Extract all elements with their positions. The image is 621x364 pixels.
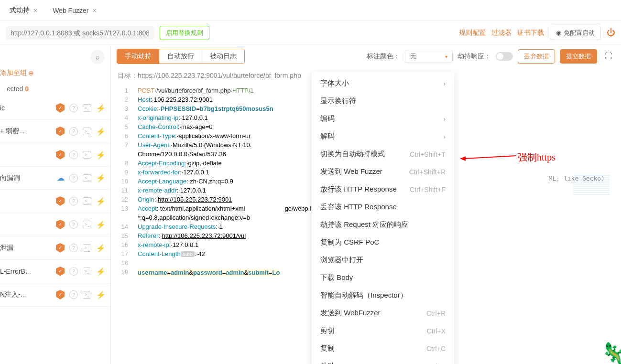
sidebar-item-label: 向漏洞: [0, 174, 52, 182]
search-icon[interactable]: ⌕: [90, 50, 105, 64]
context-menu-item[interactable]: 复制为 CSRF PoC: [312, 234, 454, 251]
sidebar-item[interactable]: 向漏洞☁?>_⚡: [0, 167, 110, 190]
add-to-group-link[interactable]: 添加至组 ⊕: [0, 69, 104, 77]
shield-icon: [56, 127, 65, 136]
toolbar: 启用替换规则 规则配置 过滤器 证书下载 ◉免配置启动 ⏻: [0, 21, 621, 45]
enable-rules-button[interactable]: 启用替换规则: [160, 26, 209, 40]
context-menu-item[interactable]: 切换为自动劫持模式Ctrl+Shift+T: [312, 145, 454, 163]
shield-icon: [56, 150, 65, 160]
chevron-right-icon: ›: [443, 79, 446, 87]
svg-line-0: [464, 156, 516, 159]
cloud-icon: ☁: [57, 173, 65, 182]
context-menu-item[interactable]: 智能自动解码（Inspector）: [312, 287, 454, 304]
context-menu-item[interactable]: 浏览器中打开: [312, 251, 454, 269]
terminal-icon[interactable]: >_: [83, 151, 91, 159]
mode-tab[interactable]: 被动日志: [202, 49, 244, 64]
peek-text: ML; like Gecko): [549, 175, 605, 182]
context-menu-item[interactable]: 发送到 WebFuzzerCtrl+R: [312, 304, 454, 322]
help-icon[interactable]: ?: [69, 267, 78, 276]
context-menu-item[interactable]: 编码›: [312, 110, 454, 128]
hijack-response-toggle[interactable]: [496, 52, 513, 61]
chevron-down-icon: ▾: [445, 54, 447, 59]
sidebar-item[interactable]: + 弱密...?>_⚡: [0, 120, 110, 143]
context-menu-item[interactable]: 劫持该 Request 对应的响应: [312, 216, 454, 234]
chevron-right-icon: ›: [443, 132, 446, 140]
sidebar-item[interactable]: 泄漏?>_⚡: [0, 236, 110, 260]
context-menu-item[interactable]: 解码›: [312, 128, 454, 145]
sidebar-item[interactable]: ?>_⚡: [0, 213, 110, 236]
color-select[interactable]: 无▾: [405, 50, 453, 63]
context-menu-item[interactable]: 剪切Ctrl+X: [312, 322, 454, 340]
bolt-icon[interactable]: ⚡: [96, 127, 106, 136]
terminal-icon[interactable]: >_: [83, 268, 91, 275]
context-menu-item[interactable]: 粘贴Ctrl+V: [312, 357, 454, 364]
context-menu-item[interactable]: 复制Ctrl+C: [312, 340, 454, 357]
shield-icon: [56, 103, 65, 113]
context-menu-item[interactable]: 放行该 HTTP ResponseCtrl+Shift+F: [312, 181, 454, 198]
help-icon[interactable]: ?: [69, 127, 78, 136]
context-menu-item[interactable]: 丢弃该 HTTP Response: [312, 198, 454, 216]
help-icon[interactable]: ?: [69, 244, 78, 252]
context-menu: 字体大小›显示换行符编码›解码›切换为自动劫持模式Ctrl+Shift+T发送到…: [312, 72, 454, 364]
tabs-bar: 式劫持× Web Fuzzer×: [0, 0, 621, 21]
help-icon[interactable]: ?: [69, 220, 78, 229]
terminal-icon[interactable]: >_: [83, 128, 91, 135]
expand-icon[interactable]: ⛶: [602, 50, 615, 63]
context-menu-item[interactable]: 发送到 Web FuzzerCtrl+Shift+R: [312, 163, 454, 181]
terminal-icon[interactable]: >_: [83, 104, 91, 112]
help-icon[interactable]: ?: [69, 197, 78, 205]
close-icon[interactable]: ×: [33, 7, 37, 14]
svg-marker-1: [460, 156, 466, 161]
bolt-icon[interactable]: ⚡: [96, 104, 106, 113]
help-icon[interactable]: ?: [69, 174, 78, 182]
sidebar-item[interactable]: ic?>_⚡: [0, 96, 110, 120]
help-icon[interactable]: ?: [69, 290, 78, 299]
color-label: 标注颜色：: [367, 52, 400, 61]
tab-hijack[interactable]: 式劫持×: [2, 0, 45, 21]
tab-web-fuzzer[interactable]: Web Fuzzer×: [45, 0, 104, 21]
bolt-icon[interactable]: ⚡: [96, 244, 106, 253]
shield-icon: [56, 267, 65, 276]
cert-download-link[interactable]: 证书下载: [517, 29, 544, 37]
bolt-icon[interactable]: ⚡: [96, 197, 106, 206]
close-icon[interactable]: ×: [92, 7, 96, 14]
shield-icon: [56, 290, 65, 300]
sidebar-item[interactable]: ?>_⚡: [0, 190, 110, 213]
context-menu-item[interactable]: 下载 Body: [312, 269, 454, 287]
mode-tab[interactable]: 手动劫持: [117, 49, 160, 64]
discard-button[interactable]: 丢弃数据: [518, 49, 555, 64]
sidebar-item[interactable]: N注入-...?>_⚡: [0, 283, 110, 307]
sidebar-item-label: ic: [0, 104, 51, 112]
terminal-icon[interactable]: >_: [83, 244, 91, 252]
bolt-icon[interactable]: ⚡: [96, 290, 106, 300]
bolt-icon[interactable]: ⚡: [96, 267, 106, 276]
terminal-icon[interactable]: >_: [83, 221, 91, 228]
submit-button[interactable]: 提交数据: [560, 49, 597, 64]
help-icon[interactable]: ?: [69, 104, 78, 112]
sidebar-item[interactable]: ?>_⚡: [0, 143, 110, 167]
proxy-url-input[interactable]: [6, 26, 154, 40]
mode-bar: 手动劫持自动放行被动日志 标注颜色： 无▾ 劫持响应： 丢弃数据 提交数据 ⛶: [111, 45, 621, 68]
plus-icon: ⊕: [28, 69, 34, 77]
bolt-icon[interactable]: ⚡: [96, 173, 106, 182]
help-icon[interactable]: ?: [69, 150, 78, 159]
rule-config-link[interactable]: 规则配置: [459, 29, 486, 37]
terminal-icon[interactable]: >_: [83, 197, 91, 205]
shield-icon: [56, 243, 65, 253]
terminal-icon[interactable]: >_: [83, 174, 91, 182]
context-menu-item[interactable]: 显示换行符: [312, 92, 454, 110]
shield-icon: [56, 196, 65, 206]
sidebar: ⌕ 添加至组 ⊕ ected 0 ic?>_⚡+ 弱密...?>_⚡?>_⚡向漏…: [0, 45, 111, 364]
sidebar-item[interactable]: L-ErrorB...?>_⚡: [0, 260, 110, 283]
power-icon[interactable]: ⏻: [607, 28, 615, 38]
annotation-arrow: [459, 154, 521, 163]
no-config-launch-button[interactable]: ◉免配置启动: [550, 26, 601, 40]
mode-tab[interactable]: 自动放行: [160, 49, 202, 64]
bolt-icon[interactable]: ⚡: [96, 220, 106, 229]
sidebar-item-label: L-ErrorB...: [0, 268, 51, 275]
shield-icon: [56, 220, 65, 229]
filter-link[interactable]: 过滤器: [491, 29, 512, 37]
terminal-icon[interactable]: >_: [83, 291, 91, 299]
bolt-icon[interactable]: ⚡: [96, 150, 106, 160]
context-menu-item[interactable]: 字体大小›: [312, 75, 454, 92]
